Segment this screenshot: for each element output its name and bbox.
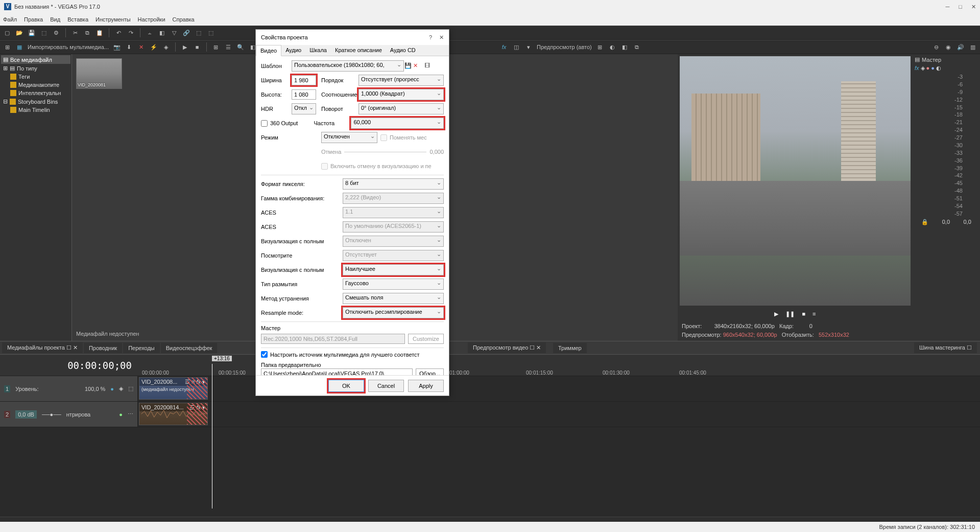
fx-icon[interactable]: ⚡ (150, 43, 158, 51)
360-output-checkbox[interactable]: 360 Output (261, 120, 298, 127)
tab-scale[interactable]: Шкала (305, 45, 331, 56)
template-match-icon[interactable]: 🎞 (423, 62, 431, 70)
ripple-icon[interactable]: ◧ (158, 29, 166, 37)
play-icon[interactable]: ▶ (181, 43, 189, 51)
undo-icon[interactable]: ↶ (114, 29, 123, 37)
snap-icon[interactable]: ⫠ (146, 29, 154, 37)
hdr-select[interactable]: Откл (292, 103, 316, 114)
new-icon[interactable]: ▢ (3, 29, 11, 37)
props-icon[interactable]: ◈ (162, 43, 170, 51)
event-icon[interactable]: ⬚ (207, 29, 215, 37)
tree-all-media[interactable]: ▤Все медиафайл (1, 55, 70, 64)
tab-trimmer[interactable]: Триммер (553, 343, 587, 353)
browse-button[interactable]: Обзор... (416, 368, 444, 375)
pixelformat-select[interactable]: 8 бит (343, 178, 444, 190)
preview-pause-icon[interactable]: ❚❚ (785, 311, 795, 317)
cancel-button[interactable]: Cancel (368, 380, 404, 392)
apply-button[interactable]: Apply (408, 380, 444, 392)
preview-fx-icon[interactable]: fx (500, 43, 508, 51)
tab-audiocd[interactable]: Аудио CD (386, 45, 420, 56)
media-icon[interactable]: ▦ (15, 43, 23, 51)
copy-icon[interactable]: ⧉ (83, 29, 91, 37)
tab-master-bus[interactable]: Шина мастеринга ☐ (914, 342, 977, 353)
master-output-icon[interactable]: ▥ (969, 43, 977, 51)
preview-menu-icon[interactable]: ≡ (812, 311, 816, 317)
open-icon[interactable]: 📂 (15, 29, 23, 37)
audio-clip[interactable]: VID_20200814...☰ fx ▾ (139, 403, 208, 425)
swap-checkbox[interactable]: Поменять мес (380, 134, 427, 141)
tab-preview[interactable]: Предпросмотр видео ☐ ✕ (468, 342, 546, 353)
save-icon[interactable]: 💾 (28, 29, 36, 37)
tree-storyboard[interactable]: ⊟Storyboard Bins (1, 97, 70, 106)
menu-view[interactable]: Вид (50, 16, 60, 22)
aspect-select[interactable]: 1,0000 (Квадрат) (358, 89, 444, 100)
preview-stop-icon[interactable]: ■ (802, 311, 805, 317)
video-clip[interactable]: VID_202008...☰ ≡ fx ▾ (медиафайл недосту… (139, 377, 208, 400)
quality-icon[interactable]: ▾ (524, 43, 533, 51)
template-select[interactable]: Пользовательское (1980x1080; 60, (292, 60, 404, 72)
prerender-folder-input[interactable] (261, 368, 413, 375)
remove-icon[interactable]: ✕ (137, 43, 146, 51)
blur-type-select[interactable]: Гауссово (343, 279, 444, 290)
split-icon[interactable]: ◫ (512, 43, 520, 51)
minimize-icon[interactable]: ─ (946, 4, 950, 10)
resample-select[interactable]: Отключить ресэмплирование (343, 307, 444, 318)
tab-summary[interactable]: Краткое описание (331, 45, 386, 56)
master-dim-icon[interactable]: 🔊 (957, 43, 965, 51)
close-icon[interactable]: ✕ (971, 4, 976, 10)
ok-button[interactable]: OK (328, 380, 364, 392)
video-track-header[interactable]: 1 Уровень: 100,0 % ●◈⬚ (0, 376, 138, 401)
tree-disks[interactable]: Медианакопите (1, 81, 70, 89)
tree-by-type[interactable]: ⊞▤По типу (1, 64, 70, 73)
deinterlace-select[interactable]: Смешать поля (343, 293, 444, 304)
adjust-source-checkbox[interactable]: Настроить источник мультимедиа для лучше… (261, 351, 420, 358)
autocrossfade-icon[interactable]: ▽ (170, 29, 178, 37)
media-thumb[interactable]: VID_2020081 (76, 58, 122, 89)
menu-edit[interactable]: Правка (24, 16, 43, 22)
capture-icon[interactable]: 📷 (113, 43, 121, 51)
template-delete-icon[interactable]: ✕ (412, 62, 419, 70)
maximize-icon[interactable]: □ (959, 4, 962, 10)
marker[interactable]: +13:16 (212, 356, 232, 361)
dialog-close-icon[interactable]: ✕ (439, 34, 444, 41)
import-media-button[interactable]: Импортировать мультимедиа... (28, 44, 109, 50)
tree-icon[interactable]: ⊞ (3, 43, 11, 51)
audio-track-header[interactable]: 2 0,0 dB ──●── нтрирова ●⋯ (0, 402, 138, 427)
link-icon[interactable]: 🔗 (182, 29, 190, 37)
grid-icon[interactable]: ⊞ (596, 43, 604, 51)
framerate-select[interactable]: 60,000 (351, 118, 444, 129)
copy2-icon[interactable]: ⧉ (633, 43, 641, 51)
preview-quality-select[interactable]: Предпросмотр (авто) (537, 44, 592, 50)
tab-explorer[interactable]: Проводник (84, 343, 122, 353)
ext-icon[interactable]: ◐ (608, 43, 616, 51)
view-details-icon[interactable]: ☰ (224, 43, 232, 51)
master-mute-icon[interactable]: ⊖ (932, 43, 940, 51)
width-input[interactable] (292, 75, 316, 85)
view-list-icon[interactable]: ⊞ (212, 43, 220, 51)
render-icon[interactable]: ⬚ (40, 29, 48, 37)
lock-icon[interactable]: ⬚ (195, 29, 203, 37)
template-save-icon[interactable]: 💾 (404, 62, 412, 70)
tab-vfx[interactable]: Видеоспецэффек (161, 343, 218, 353)
cut-icon[interactable]: ✂ (71, 29, 79, 37)
snap2-icon[interactable]: ◧ (620, 43, 629, 51)
stereo-mode-select[interactable]: Отключен (321, 132, 377, 143)
stop-icon[interactable]: ■ (193, 43, 201, 51)
tab-video[interactable]: Видео (256, 45, 281, 56)
render-quality-select[interactable]: Наилучшее (343, 264, 444, 275)
tree-tags[interactable]: Теги (1, 73, 70, 81)
tree-main-timeline[interactable]: Main Timelin (1, 106, 70, 114)
menu-settings[interactable]: Настройки (138, 16, 165, 22)
preview-play-icon[interactable]: ▶ (774, 311, 778, 317)
tree-smart[interactable]: Интеллектуальн (1, 89, 70, 97)
tab-transitions[interactable]: Переходы (123, 343, 160, 353)
menu-tools[interactable]: Инструменты (95, 16, 131, 22)
search-icon[interactable]: 🔍 (236, 43, 245, 51)
master-solo-icon[interactable]: ◉ (944, 43, 952, 51)
tab-audio[interactable]: Аудио (281, 45, 305, 56)
dialog-help-icon[interactable]: ? (429, 34, 432, 41)
tab-media[interactable]: Медиафайлы проекта ☐ ✕ (2, 342, 83, 353)
get-icon[interactable]: ⬇ (125, 43, 133, 51)
fieldorder-select[interactable]: Отсутствует (прогресс (358, 75, 444, 86)
menu-insert[interactable]: Вставка (67, 16, 88, 22)
